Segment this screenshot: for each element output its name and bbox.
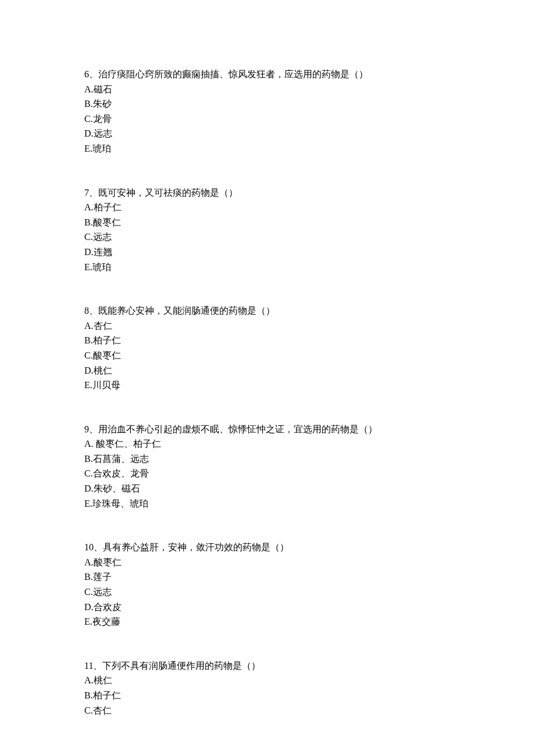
option-text: 珍珠母、琥珀 — [92, 499, 148, 508]
option-letter: B — [84, 572, 91, 582]
option-letter: E — [84, 499, 90, 508]
option-letter: A — [84, 557, 91, 567]
option-line: A.酸枣仁 — [84, 555, 535, 570]
number-separator: 、 — [93, 661, 102, 671]
option-text: 连翘 — [94, 247, 112, 257]
question-stem-text: 下列不具有润肠通便作用的药物是（） — [102, 661, 261, 671]
number-separator: 、 — [89, 306, 98, 316]
option-line: A.桃仁 — [84, 673, 535, 688]
option-line: A. 酸枣仁、柏子仁 — [84, 436, 535, 452]
option-letter: A — [84, 202, 91, 212]
question-stem: 7、既可安神，又可祛痰的药物是（） — [84, 185, 535, 200]
option-letter: E — [84, 380, 90, 390]
question-block: 8、既能养心安神，又能润肠通便的药物是（）A.杏仁B.柏子仁C.酸枣仁D.桃仁E… — [84, 303, 535, 393]
option-letter: C — [84, 350, 91, 360]
option-letter: A — [84, 439, 91, 449]
option-text: 酸枣仁 — [93, 350, 121, 360]
option-letter: A — [84, 321, 91, 331]
option-text: 桃仁 — [94, 675, 112, 685]
option-letter: D — [84, 366, 91, 375]
question-list: 6、治疗痰阻心窍所致的癫痫抽搐、惊风发狂者，应选用的药物是（）A.磁石B.朱砂C… — [84, 67, 535, 718]
option-letter: E — [84, 617, 90, 626]
option-line: E.川贝母 — [84, 378, 535, 393]
question-stem: 10、具有养心益肝，安神，敛汗功效的药物是（） — [84, 540, 535, 555]
option-letter: B — [84, 454, 91, 464]
option-line: A.磁石 — [84, 82, 535, 97]
option-text: 杏仁 — [94, 321, 112, 331]
option-letter: B — [84, 690, 91, 700]
option-line: C.杏仁 — [84, 703, 535, 718]
option-letter: C — [84, 114, 91, 124]
question-block: 6、治疗痰阻心窍所致的癫痫抽搐、惊风发狂者，应选用的药物是（）A.磁石B.朱砂C… — [84, 67, 535, 156]
question-stem: 6、治疗痰阻心窍所致的癫痫抽搐、惊风发狂者，应选用的药物是（） — [84, 67, 535, 82]
question-block: 7、既可安神，又可祛痰的药物是（）A.柏子仁B.酸枣仁C.远志D.连翘E.琥珀 — [84, 185, 535, 275]
question-number: 6 — [84, 69, 89, 79]
option-text: 酸枣仁 — [94, 557, 122, 567]
option-text: 远志 — [94, 128, 112, 138]
number-separator: 、 — [89, 188, 98, 198]
option-letter: C — [84, 587, 91, 597]
option-text: 琥珀 — [92, 144, 111, 153]
option-line: C.远志 — [84, 585, 535, 600]
option-line: B.柏子仁 — [84, 333, 535, 348]
option-text: 朱砂、磁石 — [94, 483, 140, 493]
question-block: 10、具有养心益肝，安神，敛汗功效的药物是（）A.酸枣仁B.莲子C.远志D.合欢… — [84, 540, 535, 629]
option-text: 朱砂 — [93, 99, 112, 109]
option-letter: E — [84, 144, 90, 153]
option-line: D.桃仁 — [84, 363, 535, 378]
question-block: 9、用治血不养心引起的虚烦不眠、惊悸怔忡之证，宜选用的药物是（）A. 酸枣仁、柏… — [84, 422, 535, 511]
option-text: 杏仁 — [93, 705, 112, 715]
option-text: 合欢皮、龙骨 — [93, 468, 149, 478]
option-line: C.远志 — [84, 230, 535, 245]
option-text: 酸枣仁 — [93, 217, 121, 227]
option-text: 石菖蒲、远志 — [93, 454, 149, 464]
question-stem-text: 用治血不养心引起的虚烦不眠、惊悸怔忡之证，宜选用的药物是（） — [98, 424, 377, 434]
option-text: 柏子仁 — [94, 202, 122, 212]
question-stem-text: 治疗痰阻心窍所致的癫痫抽搐、惊风发狂者，应选用的药物是（） — [98, 69, 368, 79]
option-line: B.石菖蒲、远志 — [84, 452, 535, 467]
option-line: C.酸枣仁 — [84, 348, 535, 363]
question-number: 9 — [84, 424, 89, 434]
question-stem-text: 既能养心安神，又能润肠通便的药物是（） — [98, 306, 275, 316]
option-line: B.莲子 — [84, 569, 535, 585]
option-text: 远志 — [93, 232, 112, 242]
question-number: 11 — [84, 661, 93, 671]
option-line: A.杏仁 — [84, 318, 535, 334]
question-stem: 9、用治血不养心引起的虚烦不眠、惊悸怔忡之证，宜选用的药物是（） — [84, 422, 535, 437]
option-text: 川贝母 — [92, 380, 120, 390]
option-text: 夜交藤 — [92, 617, 120, 626]
option-letter: D — [84, 247, 91, 257]
option-line: D.连翘 — [84, 245, 535, 260]
option-line: D.合欢皮 — [84, 600, 535, 615]
option-letter: B — [84, 335, 91, 345]
option-line: D.朱砂、磁石 — [84, 481, 535, 496]
option-line: E.夜交藤 — [84, 614, 535, 629]
option-letter: A — [84, 675, 91, 685]
number-separator: 、 — [89, 424, 98, 434]
option-letter: B — [84, 99, 91, 109]
number-separator: 、 — [89, 69, 98, 79]
option-letter: D — [84, 128, 91, 138]
option-text: 琥珀 — [92, 262, 111, 272]
option-line: E.琥珀 — [84, 260, 535, 275]
option-text: 合欢皮 — [94, 602, 122, 612]
option-text: 龙骨 — [93, 114, 112, 124]
number-separator: 、 — [94, 542, 103, 552]
option-text: 柏子仁 — [93, 690, 121, 700]
option-line: B.酸枣仁 — [84, 215, 535, 230]
question-stem-text: 具有养心益肝，安神，敛汗功效的药物是（） — [103, 542, 289, 552]
option-text: 莲子 — [93, 572, 112, 582]
question-block: 11、下列不具有润肠通便作用的药物是（）A.桃仁B.柏子仁C.杏仁 — [84, 658, 535, 718]
question-number: 7 — [84, 188, 89, 198]
option-line: E.琥珀 — [84, 141, 535, 156]
question-stem: 8、既能养心安神，又能润肠通便的药物是（） — [84, 303, 535, 318]
option-line: B.朱砂 — [84, 96, 535, 112]
option-line: D.远志 — [84, 126, 535, 141]
option-letter: D — [84, 602, 91, 612]
question-stem: 11、下列不具有润肠通便作用的药物是（） — [84, 658, 535, 673]
option-line: E.珍珠母、琥珀 — [84, 496, 535, 511]
option-letter: C — [84, 232, 91, 242]
option-letter: C — [84, 705, 91, 715]
option-letter: D — [84, 483, 91, 493]
question-stem-text: 既可安神，又可祛痰的药物是（） — [98, 188, 238, 198]
